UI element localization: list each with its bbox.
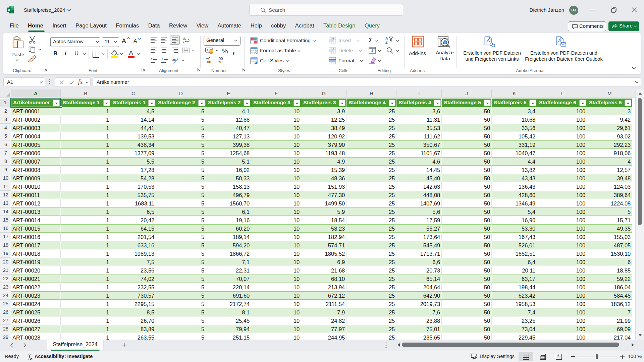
svg-text:X: X bbox=[8, 8, 10, 12]
svg-text:Z: Z bbox=[385, 40, 388, 44]
svg-text:c: c bbox=[183, 40, 184, 43]
svg-text:0: 0 bbox=[208, 57, 210, 61]
svg-text:A: A bbox=[385, 36, 388, 40]
svg-text:€: € bbox=[207, 48, 209, 52]
svg-text:0: 0 bbox=[220, 60, 222, 64]
